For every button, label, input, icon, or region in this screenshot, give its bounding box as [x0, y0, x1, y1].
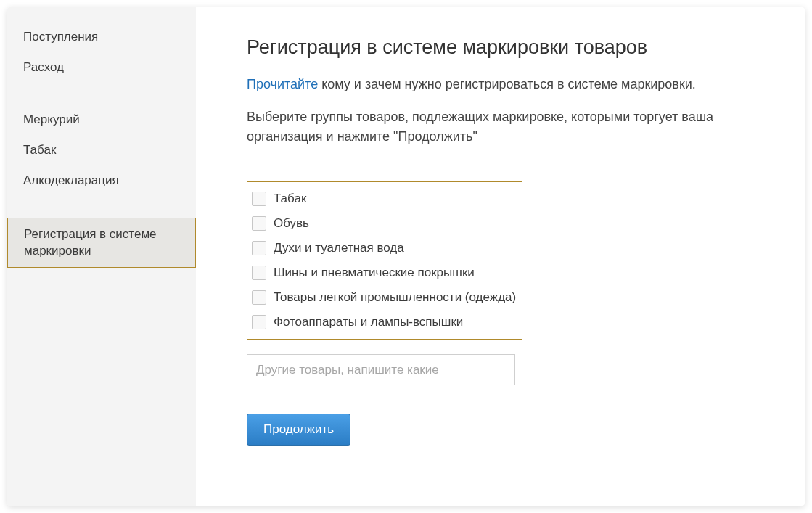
intro-paragraph: Прочитайте кому и зачем нужно регистриро…	[247, 75, 754, 94]
checkbox-row-shoes[interactable]: Обувь	[252, 211, 516, 236]
checkbox-row-perfume[interactable]: Духи и туалетная вода	[252, 236, 516, 260]
main-content: Регистрация в системе маркировки товаров…	[196, 7, 805, 506]
sidebar-item-mercury[interactable]: Меркурий	[7, 104, 196, 135]
checkbox-label: Табак	[274, 192, 306, 206]
other-input-wrap	[247, 340, 754, 385]
checkbox-shoes[interactable]	[252, 216, 266, 231]
app-window: Поступления Расход Меркурий Табак Алкоде…	[7, 7, 805, 506]
checkbox-row-clothing[interactable]: Товары легкой промышленности (одежда)	[252, 285, 516, 310]
sidebar: Поступления Расход Меркурий Табак Алкоде…	[7, 7, 196, 506]
sidebar-item-label: Регистрация в системе маркировки	[24, 227, 157, 257]
sidebar-item-receipts[interactable]: Поступления	[7, 22, 196, 52]
sidebar-group-3: Регистрация в системе маркировки	[7, 218, 196, 267]
checkbox-label: Шины и пневматические покрышки	[274, 266, 475, 280]
other-goods-input[interactable]	[247, 354, 515, 385]
sidebar-item-label: Расход	[23, 60, 64, 74]
continue-button[interactable]: Продолжить	[247, 414, 350, 446]
read-link[interactable]: Прочитайте	[247, 77, 318, 91]
checkbox-label: Фотоаппараты и лампы-вспышки	[274, 315, 463, 329]
checkbox-label: Духи и туалетная вода	[274, 241, 404, 255]
checkbox-label: Товары легкой промышленности (одежда)	[274, 290, 516, 305]
checkbox-cameras[interactable]	[252, 315, 266, 329]
instruction-paragraph: Выберите группы товаров, подлежащих марк…	[247, 107, 754, 147]
checkbox-clothing[interactable]	[252, 290, 266, 305]
page-title: Регистрация в системе маркировки товаров	[247, 36, 754, 59]
sidebar-item-label: Меркурий	[23, 112, 80, 126]
checkbox-row-tobacco[interactable]: Табак	[252, 186, 516, 211]
checkbox-tires[interactable]	[252, 266, 266, 280]
sidebar-group-2: Меркурий Табак Алкодекларация	[7, 104, 196, 196]
checkbox-tobacco[interactable]	[252, 192, 266, 206]
checkbox-row-cameras[interactable]: Фотоаппараты и лампы-вспышки	[252, 310, 516, 335]
checkbox-perfume[interactable]	[252, 241, 266, 255]
checkbox-group: Табак Обувь Духи и туалетная вода Шины и…	[247, 181, 522, 340]
sidebar-item-label: Поступления	[23, 30, 98, 44]
sidebar-group-1: Поступления Расход	[7, 22, 196, 83]
sidebar-item-label: Алкодекларация	[23, 173, 119, 187]
sidebar-item-expense[interactable]: Расход	[7, 52, 196, 83]
checkbox-label: Обувь	[274, 216, 309, 231]
sidebar-item-registration[interactable]: Регистрация в системе маркировки	[7, 218, 196, 267]
intro-rest: кому и зачем нужно регистрироваться в си…	[318, 77, 696, 91]
sidebar-item-label: Табак	[23, 143, 56, 157]
checkbox-row-tires[interactable]: Шины и пневматические покрышки	[252, 260, 516, 285]
sidebar-item-tobacco[interactable]: Табак	[7, 135, 196, 165]
sidebar-item-alco[interactable]: Алкодекларация	[7, 165, 196, 196]
